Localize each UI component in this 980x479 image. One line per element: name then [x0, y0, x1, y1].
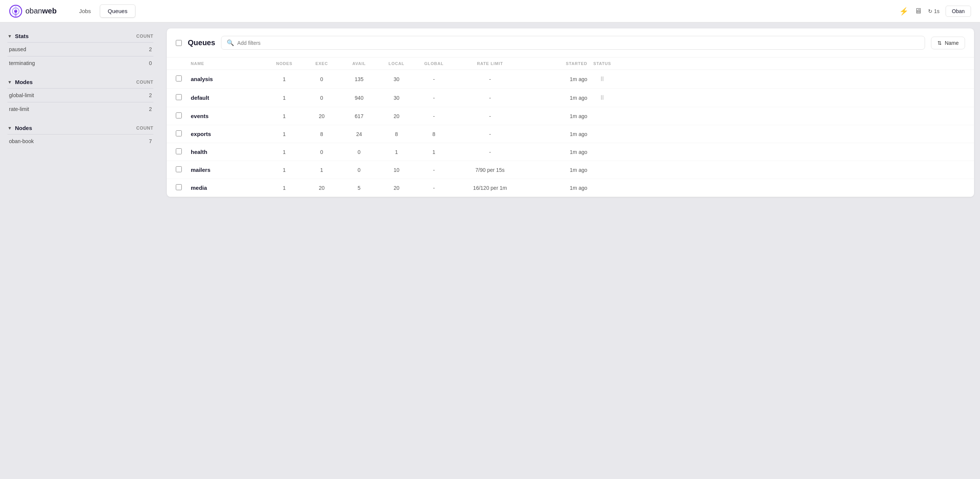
sidebar-item-rate-limit[interactable]: rate-limit 2	[6, 102, 155, 116]
row-nodes: 1	[266, 113, 303, 119]
table-row: health 1 0 0 1 1 - 1m ago	[167, 143, 974, 161]
row-exec: 20	[303, 185, 340, 191]
row-checkbox[interactable]	[176, 184, 182, 190]
global-limit-count: 2	[149, 92, 152, 98]
sidebar-item-global-limit[interactable]: global-limit 2	[6, 89, 155, 102]
row-local: 30	[378, 76, 415, 82]
stats-section-header[interactable]: ▼ Stats COUNT	[6, 30, 155, 42]
terminating-count: 0	[149, 60, 152, 66]
row-rate-limit: 16/120 per 1m	[453, 185, 527, 191]
table-body: analysis 1 0 135 30 - - 1m ago ⏸ default…	[167, 70, 974, 197]
nav-tab-queues[interactable]: Queues	[100, 5, 135, 17]
table-row: analysis 1 0 135 30 - - 1m ago ⏸	[167, 70, 974, 89]
row-rate-limit: -	[453, 76, 527, 82]
logo: obanweb	[9, 5, 56, 18]
header: obanweb Jobs Queues ⚡ 🖥 ↻ 1s Oban	[0, 0, 980, 22]
sidebar-item-oban-book[interactable]: oban-book 7	[6, 135, 155, 148]
nodes-section-header[interactable]: ▼ Nodes COUNT	[6, 122, 155, 134]
row-checkbox[interactable]	[176, 148, 182, 154]
row-local: 30	[378, 95, 415, 101]
nodes-chevron-icon: ▼	[8, 125, 12, 131]
stats-title: ▼ Stats	[8, 33, 29, 39]
row-checkbox[interactable]	[176, 130, 182, 136]
nodes-count-label: COUNT	[136, 125, 153, 131]
queues-header: Queues 🔍 ⇅ Name	[167, 29, 974, 57]
rate-limit-count: 2	[149, 106, 152, 112]
row-status[interactable]: ⏸	[587, 94, 617, 102]
row-exec: 0	[303, 149, 340, 155]
row-rate-limit: -	[453, 113, 527, 119]
row-nodes: 1	[266, 76, 303, 82]
modes-chevron-icon: ▼	[8, 79, 12, 85]
row-nodes: 1	[266, 149, 303, 155]
row-started: 1m ago	[527, 131, 587, 137]
row-avail: 24	[340, 131, 378, 137]
row-checkbox[interactable]	[176, 166, 182, 172]
logo-icon	[9, 5, 22, 18]
row-avail: 5	[340, 185, 378, 191]
row-global: -	[415, 95, 453, 101]
row-checkbox-cell	[176, 130, 191, 138]
col-started: STARTED	[527, 61, 587, 66]
search-bar[interactable]: 🔍	[221, 36, 924, 50]
stats-count-label: COUNT	[136, 33, 153, 39]
rate-limit-label: rate-limit	[9, 106, 29, 112]
row-checkbox[interactable]	[176, 76, 182, 81]
user-button[interactable]: Oban	[946, 6, 971, 17]
row-exec: 8	[303, 131, 340, 137]
search-input[interactable]	[237, 40, 919, 46]
row-nodes: 1	[266, 185, 303, 191]
row-exec: 20	[303, 113, 340, 119]
col-nodes: NODES	[266, 61, 303, 66]
row-checkbox-cell	[176, 148, 191, 155]
row-name[interactable]: mailers	[191, 167, 266, 173]
sidebar-stats-section: ▼ Stats COUNT paused 2 terminating 0	[6, 30, 155, 70]
row-started: 1m ago	[527, 167, 587, 173]
queues-table: NAME NODES EXEC AVAIL LOCAL GLOBAL RATE …	[167, 57, 974, 197]
row-global: 8	[415, 131, 453, 137]
row-started: 1m ago	[527, 185, 587, 191]
row-global: -	[415, 113, 453, 119]
sort-button[interactable]: ⇅ Name	[931, 36, 965, 49]
row-started: 1m ago	[527, 95, 587, 101]
row-rate-limit: -	[453, 95, 527, 101]
row-global: -	[415, 185, 453, 191]
row-name[interactable]: analysis	[191, 76, 266, 82]
row-local: 10	[378, 167, 415, 173]
row-rate-limit: -	[453, 149, 527, 155]
table-row: events 1 20 617 20 - - 1m ago	[167, 107, 974, 125]
sidebar: ▼ Stats COUNT paused 2 terminating 0 ▼ M	[0, 22, 161, 479]
row-avail: 135	[340, 76, 378, 82]
row-rate-limit: -	[453, 131, 527, 137]
sidebar-item-terminating[interactable]: terminating 0	[6, 56, 155, 70]
col-status: STATUS	[587, 61, 617, 66]
sidebar-item-paused[interactable]: paused 2	[6, 43, 155, 56]
row-name[interactable]: media	[191, 185, 266, 191]
row-checkbox[interactable]	[176, 113, 182, 119]
row-checkbox[interactable]	[176, 94, 182, 100]
row-name[interactable]: events	[191, 113, 266, 119]
row-local: 1	[378, 149, 415, 155]
global-limit-label: global-limit	[9, 92, 34, 98]
row-name[interactable]: default	[191, 95, 266, 101]
row-status[interactable]: ⏸	[587, 75, 617, 83]
sort-icon: ⇅	[937, 40, 942, 46]
search-icon: 🔍	[227, 39, 234, 46]
select-all-checkbox[interactable]	[176, 40, 182, 46]
paused-count: 2	[149, 46, 152, 52]
monitor-icon[interactable]: 🖥	[915, 7, 922, 15]
refresh-rate[interactable]: ↻ 1s	[928, 8, 940, 14]
nav-tab-jobs[interactable]: Jobs	[72, 5, 99, 17]
modes-section-header[interactable]: ▼ Modes COUNT	[6, 76, 155, 88]
row-checkbox-cell	[176, 76, 191, 82]
row-name[interactable]: health	[191, 149, 266, 155]
sidebar-nodes-section: ▼ Nodes COUNT oban-book 7	[6, 122, 155, 148]
row-exec: 0	[303, 95, 340, 101]
row-name[interactable]: exports	[191, 131, 266, 137]
row-exec: 1	[303, 167, 340, 173]
table-row: exports 1 8 24 8 8 - 1m ago	[167, 125, 974, 143]
lightning-icon[interactable]: ⚡	[899, 7, 908, 16]
stats-chevron-icon: ▼	[8, 33, 12, 39]
row-exec: 0	[303, 76, 340, 82]
table-row: mailers 1 1 0 10 - 7/90 per 15s 1m ago	[167, 161, 974, 179]
